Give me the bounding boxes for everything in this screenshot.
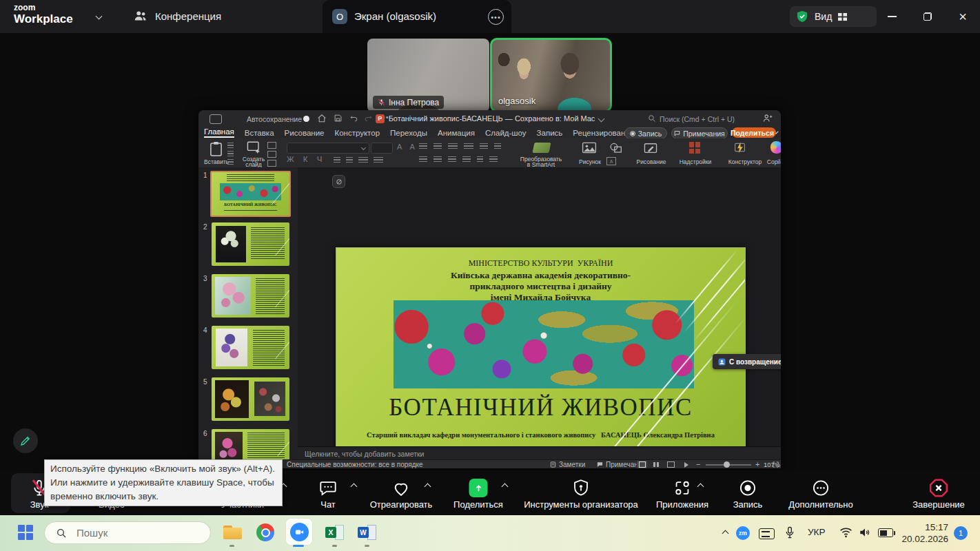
tray-mic-icon[interactable]	[784, 526, 795, 541]
redo-icon[interactable]	[364, 114, 373, 123]
status-notes-label[interactable]: Заметки	[559, 461, 585, 468]
view-button[interactable]: Вид	[790, 6, 877, 27]
ppt-search-label[interactable]: Поиск (Cmd + Ctrl + U)	[660, 115, 735, 123]
bold-italic-underline-buttons[interactable]: Ж К Ч	[287, 155, 325, 163]
slide-thumbnail-5[interactable]	[212, 377, 289, 421]
tab-animatsiya[interactable]: Анимация	[438, 129, 475, 137]
file-explorer-icon[interactable]	[223, 526, 242, 539]
minimize-button[interactable]	[879, 0, 905, 33]
font-extra-buttons[interactable]	[334, 157, 383, 164]
tab-perekhody[interactable]: Переходы	[390, 129, 427, 137]
slide-editor[interactable]: МІНІСТЕРСТВО КУЛЬТУРИ УКРАЇНИ Київська д…	[336, 247, 746, 446]
search-input[interactable]	[75, 526, 195, 539]
ppt-share-button[interactable]: Поделиться	[732, 127, 776, 138]
shapes-icon[interactable]	[609, 142, 622, 154]
react-heart-icon[interactable]	[391, 479, 411, 498]
titlebar-more-icon[interactable]: •••	[379, 113, 389, 121]
tray-volume-icon[interactable]	[859, 526, 871, 539]
tab-zapis[interactable]: Запись	[537, 129, 563, 137]
end-meeting-icon[interactable]	[930, 479, 948, 497]
addins-icon[interactable]	[689, 142, 701, 154]
view-reading-button[interactable]	[666, 461, 676, 468]
paste-icon[interactable]	[210, 141, 223, 157]
toolbar-end-label[interactable]: Завершение	[912, 499, 965, 510]
tray-clock[interactable]: 15:17 20.02.2026	[896, 521, 948, 545]
copilot-icon[interactable]	[770, 141, 781, 154]
slide-thumbnail-1[interactable]: БОТАНІЧНИЙ ЖИВОПИС	[210, 171, 291, 217]
font-grow-shrink-buttons[interactable]: А А	[397, 143, 418, 151]
toolbar-apps-label[interactable]: Приложения	[656, 499, 708, 510]
clipboard-mini-icons[interactable]	[227, 143, 234, 165]
smartart-icon[interactable]	[532, 143, 551, 153]
toolbar-react-label[interactable]: Отреагировать	[370, 499, 433, 510]
restore-button[interactable]	[915, 0, 941, 33]
more-icon[interactable]	[812, 479, 830, 497]
tab-slideshow[interactable]: Слайд-шоу	[485, 129, 527, 137]
undo-icon[interactable]	[349, 114, 358, 123]
video-tile-participant2[interactable]: olgasosik	[490, 38, 612, 112]
slide-academy-line2[interactable]: прикладного мистецтва і дизайну	[336, 281, 745, 292]
tray-keyboard-icon[interactable]	[759, 528, 775, 539]
share-screen-icon[interactable]	[469, 479, 488, 497]
tray-zoom-icon[interactable]: zm	[736, 526, 750, 540]
zoom-app-icon[interactable]	[285, 518, 313, 545]
slide-thumbnail-6[interactable]	[212, 429, 289, 459]
tray-expand-icon[interactable]	[722, 530, 729, 537]
video-tile-participant1[interactable]: Інна Петрова	[367, 39, 489, 112]
fit-slide-icon[interactable]	[773, 461, 779, 468]
picture-icon[interactable]	[582, 142, 597, 154]
toolbar-more-label[interactable]: Дополнительно	[788, 499, 853, 510]
designer-icon[interactable]	[733, 141, 746, 154]
chrome-icon[interactable]	[256, 523, 274, 541]
view-slideshow-button[interactable]	[681, 461, 691, 468]
slide-thumbnail-4[interactable]	[212, 326, 289, 369]
zoom-slider[interactable]	[706, 464, 751, 466]
start-button[interactable]	[18, 525, 33, 540]
cameo-camera-button[interactable]	[332, 175, 345, 188]
tab-konstruktor[interactable]: Конструктор	[334, 129, 380, 137]
draw-icon[interactable]	[644, 142, 657, 154]
ppt-window-icon[interactable]	[210, 114, 222, 124]
view-normal-button[interactable]	[637, 461, 647, 468]
slide-flower-painting[interactable]	[394, 300, 694, 388]
chat-icon[interactable]	[319, 479, 338, 497]
notes-pane[interactable]: Щелкните, чтобы добавить заметки	[298, 446, 781, 460]
new-slide-icon[interactable]	[247, 141, 261, 154]
ppt-record-button[interactable]: Запись	[624, 127, 667, 139]
workspace-chevron-icon[interactable]	[96, 13, 103, 20]
view-sorter-button[interactable]	[651, 461, 661, 468]
tab-more-options-icon[interactable]: •••	[488, 9, 504, 25]
taskbar-search[interactable]	[44, 521, 211, 544]
excel-icon[interactable]: X	[325, 524, 344, 541]
tab-risovanie[interactable]: Рисование	[285, 129, 325, 137]
tray-battery-icon[interactable]	[878, 528, 893, 537]
ppt-search-icon[interactable]	[648, 114, 656, 123]
host-tools-shield-icon[interactable]	[572, 479, 591, 497]
toolbar-record-label[interactable]: Запись	[733, 499, 763, 510]
close-button[interactable]: ×	[950, 0, 976, 33]
toolbar-chat-label[interactable]: Чат	[320, 499, 336, 510]
font-size-select[interactable]	[371, 143, 393, 154]
word-icon[interactable]: W	[358, 524, 376, 541]
apps-icon[interactable]	[673, 479, 692, 497]
zoom-in-button[interactable]: +	[755, 460, 759, 468]
record-icon[interactable]	[739, 479, 757, 497]
annotate-button[interactable]	[13, 428, 38, 453]
slide-thumbnail-2[interactable]	[212, 222, 289, 266]
zoom-out-button[interactable]: −	[696, 460, 700, 468]
ppt-comments-button[interactable]: Примечания	[671, 127, 728, 139]
home-icon[interactable]	[317, 114, 327, 123]
slide-layout-mini-icons[interactable]	[267, 142, 276, 167]
autosave-toggle[interactable]	[303, 116, 309, 122]
slide-ministry-line[interactable]: МІНІСТЕРСТВО КУЛЬТУРИ УКРАЇНИ	[336, 258, 745, 269]
slide-academy-line1[interactable]: Київська державна академія декоративно-	[336, 270, 745, 281]
slide-subtitle[interactable]: Старший викладач кафедри монументального…	[336, 431, 745, 439]
notification-badge[interactable]: 1	[954, 526, 968, 540]
font-name-select[interactable]	[287, 143, 369, 154]
tab-meeting[interactable]: Конференция	[133, 8, 221, 23]
textbox-icon[interactable]: A	[606, 157, 616, 165]
tab-vstavka[interactable]: Вставка	[245, 129, 274, 137]
slide-title[interactable]: БОТАНІЧНИЙ ЖИВОПИС	[336, 394, 745, 422]
save-icon[interactable]	[334, 114, 343, 123]
notes-placeholder[interactable]: Щелкните, чтобы добавить заметки	[305, 450, 424, 458]
